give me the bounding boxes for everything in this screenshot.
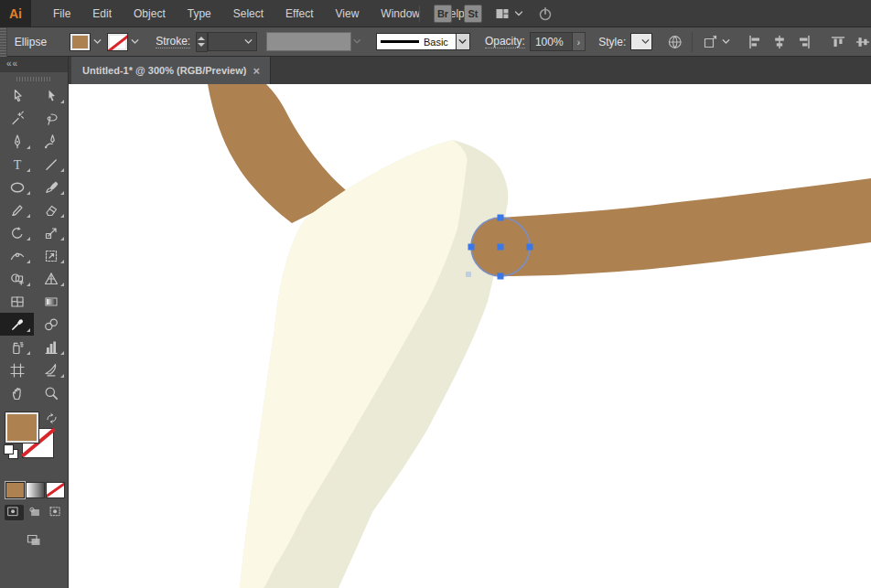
selection-icon [9, 88, 26, 104]
tool-shaper[interactable] [0, 198, 34, 221]
chevron-down-icon [91, 36, 103, 48]
tool-scale[interactable] [34, 221, 68, 244]
opacity-input[interactable]: 100% [530, 32, 573, 51]
handle-top[interactable] [498, 215, 504, 221]
align-left-icon[interactable] [747, 34, 763, 50]
draw-inside-button[interactable] [47, 505, 66, 520]
handle-center[interactable] [498, 244, 504, 251]
stroke-weight-label[interactable]: Stroke: [156, 35, 190, 48]
tool-gradient[interactable] [34, 290, 68, 313]
illustrator-window: Ai FileEditObjectTypeSelectEffectViewWin… [0, 0, 871, 588]
tool-ellipse[interactable] [0, 176, 34, 198]
opacity-label[interactable]: Opacity: [485, 35, 525, 48]
corner-widget-icon [702, 34, 718, 50]
stroke-weight-stepper[interactable] [196, 32, 208, 52]
none-button[interactable] [47, 483, 64, 497]
menu-item-view[interactable]: View [325, 0, 371, 27]
menu-item-effect[interactable]: Effect [274, 0, 324, 27]
tool-column-graph[interactable] [34, 336, 68, 358]
brush-preview[interactable]: Basic [376, 33, 457, 50]
document-setup-globe-icon[interactable] [667, 34, 683, 50]
tool-slice[interactable] [34, 358, 68, 381]
brush-combo-chevron[interactable] [457, 33, 470, 50]
handle-right[interactable] [527, 244, 533, 251]
scale-icon [43, 225, 59, 241]
menu-item-type[interactable]: Type [177, 0, 222, 27]
color-button[interactable] [6, 483, 24, 497]
draw-normal-icon [6, 505, 23, 521]
transform-widget[interactable] [702, 34, 732, 50]
menu-item-object[interactable]: Object [123, 0, 177, 27]
app-logo: Ai [0, 0, 31, 27]
tool-width[interactable] [0, 244, 34, 267]
power-gpu-icon[interactable] [537, 5, 554, 22]
tool-magic-wand[interactable] [0, 107, 34, 130]
tool-symbol-sprayer[interactable] [0, 336, 34, 358]
control-bar-grip[interactable] [0, 27, 7, 57]
default-fill-mini [5, 445, 13, 454]
tool-eyedropper[interactable] [0, 313, 34, 336]
brush-definition-combo[interactable]: Basic [376, 33, 470, 50]
tool-lasso[interactable] [34, 107, 68, 130]
tool-artboard[interactable] [0, 358, 34, 381]
draw-normal-button[interactable] [5, 505, 24, 520]
paintbrush-icon [43, 179, 59, 196]
tool-paintbrush[interactable] [34, 176, 68, 198]
menu-item-select[interactable]: Select [222, 0, 274, 27]
screen-mode-button[interactable] [24, 531, 44, 548]
panel-collapse-button[interactable]: «« [0, 57, 68, 72]
stock-button[interactable]: St [464, 5, 482, 23]
swap-fill-stroke-icon[interactable] [45, 412, 59, 425]
tool-mesh[interactable] [0, 290, 34, 313]
panel-drag-grip[interactable] [16, 77, 51, 81]
tool-direct-selection[interactable] [34, 84, 68, 107]
tool-zoom[interactable] [34, 381, 68, 404]
stroke-none-swatch[interactable] [108, 34, 127, 50]
stroke-color-combo[interactable] [108, 34, 141, 50]
tool-free-transform[interactable] [34, 244, 68, 267]
control-bar-separator [692, 32, 693, 52]
tool-blend[interactable] [34, 313, 68, 336]
tool-curvature[interactable] [34, 130, 68, 153]
align-top-icon[interactable] [830, 34, 846, 50]
stroke-weight-combo[interactable] [208, 32, 257, 51]
fill-color-swatch[interactable] [70, 34, 90, 50]
stepper-down-icon[interactable] [198, 43, 205, 47]
gradient-button[interactable] [27, 483, 44, 497]
draw-behind-button[interactable] [26, 505, 45, 520]
document-tab[interactable]: Untitled-1* @ 300% (RGB/Preview) × [71, 57, 271, 84]
align-right-icon[interactable] [796, 34, 812, 50]
handle-left[interactable] [468, 244, 475, 251]
stepper-up-icon[interactable] [198, 37, 205, 40]
mesh-icon [9, 294, 26, 310]
line-segment-icon [43, 156, 59, 173]
selection-ghost-anchor[interactable] [466, 272, 471, 277]
menu-item-edit[interactable]: Edit [81, 0, 123, 27]
canvas[interactable] [69, 84, 871, 588]
fill-indicator[interactable] [5, 412, 38, 443]
tab-close-icon[interactable]: × [250, 64, 263, 78]
menu-item-file[interactable]: File [42, 0, 81, 27]
opacity-expand-button[interactable]: › [573, 32, 586, 51]
tool-shape-builder[interactable] [0, 267, 34, 290]
artwork-svg [69, 84, 871, 588]
workspace-switcher[interactable] [494, 5, 525, 22]
variable-width-profile-combo[interactable] [266, 32, 351, 51]
tool-line-segment[interactable] [34, 153, 68, 176]
align-center-icon[interactable] [771, 34, 788, 50]
tool-rotate[interactable] [0, 221, 34, 244]
graphic-style-combo[interactable] [630, 33, 651, 50]
bridge-button[interactable]: Br [434, 5, 452, 23]
tool-hand[interactable] [0, 381, 34, 404]
brush-name: Basic [424, 37, 448, 48]
tool-perspective-grid[interactable] [34, 267, 68, 290]
tool-selection[interactable] [0, 84, 34, 107]
fill-color-combo[interactable] [70, 34, 103, 50]
hand-icon [9, 385, 26, 401]
align-middle-icon[interactable] [855, 34, 871, 50]
tool-type[interactable]: T [0, 153, 34, 176]
handle-bottom[interactable] [498, 273, 504, 280]
tool-eraser[interactable] [34, 198, 68, 221]
tool-pen[interactable] [0, 130, 34, 153]
default-fill-stroke-icon[interactable] [5, 445, 19, 460]
